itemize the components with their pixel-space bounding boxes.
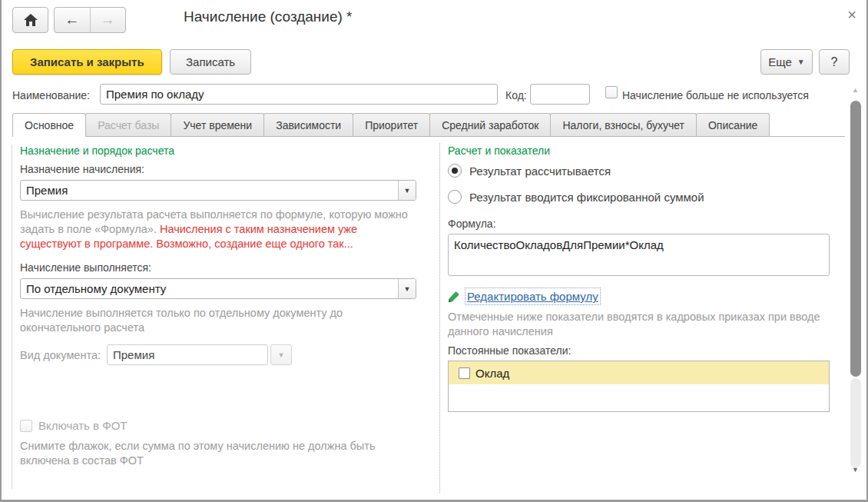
group-title: Расчет и показатели xyxy=(448,145,830,157)
save-button[interactable]: Записать xyxy=(170,49,251,75)
result-fixed-option[interactable]: Результат вводится фиксированной суммой xyxy=(448,190,830,204)
content-left-edge-line xyxy=(12,145,12,489)
scroll-down-icon[interactable]: ▼ xyxy=(852,466,859,474)
tab-opisanie[interactable]: Описание xyxy=(696,113,770,136)
document-kind-row: Вид документа: Премия ▼ xyxy=(20,344,416,365)
tab-sredniy-zarabotok[interactable]: Средний заработок xyxy=(429,113,551,136)
indicator-label: Оклад xyxy=(475,367,509,380)
tab-label: Основное xyxy=(25,119,74,131)
radio-selected-icon[interactable] xyxy=(448,164,462,178)
more-button-label: Еще xyxy=(768,55,792,68)
back-button[interactable]: ← xyxy=(55,8,90,32)
constant-indicators-list: Оклад xyxy=(448,361,830,412)
chevron-down-icon[interactable]: ▼ xyxy=(398,279,416,298)
performed-field-label: Начисление выполняется: xyxy=(20,261,416,274)
document-kind-value: Премия xyxy=(107,344,268,365)
tab-label: Средний заработок xyxy=(442,119,538,131)
constant-indicators-label: Постоянные показатели: xyxy=(448,344,830,357)
indicators-note: Отмеченные ниже показатели вводятся в ка… xyxy=(448,310,830,339)
tab-label: Расчет базы xyxy=(98,119,159,131)
close-icon[interactable]: × xyxy=(843,6,860,23)
accrual-form-window: ← → Начисление (создание) * × Записать и… xyxy=(0,0,868,502)
not-used-checkbox[interactable] xyxy=(605,86,618,98)
performed-combobox[interactable]: По отдельному документу ▼ xyxy=(20,278,416,299)
formula-field-label: Формула: xyxy=(448,218,830,230)
column-divider xyxy=(439,143,440,493)
forward-button[interactable]: → xyxy=(90,8,126,32)
tab-osnovnoe[interactable]: Основное xyxy=(12,113,86,137)
edit-formula-link[interactable]: Редактировать формулу xyxy=(467,290,598,303)
code-input[interactable] xyxy=(530,84,590,105)
back-arrow-icon: ← xyxy=(65,12,79,28)
tab-strip: Основное Расчет базы Учет времени Зависи… xyxy=(12,113,845,137)
result-calculated-option[interactable]: Результат рассчитывается xyxy=(448,164,830,178)
purpose-combobox[interactable]: Премия ▼ xyxy=(20,180,416,201)
radio-unselected-icon[interactable] xyxy=(448,190,462,204)
tab-label: Налоги, взносы, бухучет xyxy=(562,119,684,131)
indicator-row-oklad[interactable]: Оклад xyxy=(449,361,829,384)
tab-nalogi-vznosy[interactable]: Налоги, взносы, бухучет xyxy=(550,113,697,136)
name-field-label: Наименование: xyxy=(12,89,90,101)
result-fixed-label: Результат вводится фиксированной суммой xyxy=(469,191,704,204)
help-button[interactable]: ? xyxy=(819,49,850,75)
tab-label: Приоритет xyxy=(365,119,418,131)
pencil-icon xyxy=(448,291,460,303)
document-kind-combobox: Премия ▼ xyxy=(107,344,292,365)
tab-label: Учет времени xyxy=(183,119,252,131)
page-title: Начисление (создание) * xyxy=(184,8,353,25)
name-input[interactable] xyxy=(100,84,498,105)
chevron-down-icon[interactable]: ▼ xyxy=(398,181,416,200)
indicator-checkbox[interactable] xyxy=(459,367,470,379)
group-title: Назначение и порядок расчета xyxy=(20,145,416,157)
document-kind-label: Вид документа: xyxy=(20,349,101,361)
include-fot-checkbox xyxy=(20,420,32,432)
tab-uchet-vremeni[interactable]: Учет времени xyxy=(171,113,264,136)
more-button[interactable]: Еще ▼ xyxy=(760,49,813,75)
scrollbar-track[interactable] xyxy=(850,378,861,467)
not-used-checkbox-label: Начисление больше не используется xyxy=(622,89,809,101)
formula-textarea[interactable]: КоличествоОкладовДляПремии*Оклад xyxy=(448,234,830,276)
purpose-combobox-value: Премия xyxy=(21,181,398,200)
fot-note: Снимите флажок, если сумма по этому начи… xyxy=(20,439,416,468)
home-icon xyxy=(24,14,38,26)
result-calculated-label: Результат рассчитывается xyxy=(469,165,611,178)
tab-zavisimosti[interactable]: Зависимости xyxy=(263,113,353,136)
purpose-field-label: Назначение начисления: xyxy=(20,163,416,175)
tab-label: Описание xyxy=(708,119,757,131)
chevron-down-icon: ▼ xyxy=(270,344,292,365)
save-and-close-button[interactable]: Записать и закрыть xyxy=(12,49,162,75)
calculation-and-indicators-group: Расчет и показатели Результат рассчитыва… xyxy=(448,145,830,412)
scrollbar-thumb[interactable] xyxy=(850,101,861,377)
tab-label: Зависимости xyxy=(276,119,341,131)
chevron-down-icon: ▼ xyxy=(797,58,805,66)
purpose-note: Вычисление результата расчета выполняетс… xyxy=(20,208,416,251)
performed-note: Начисление выполняется только по отдельн… xyxy=(20,306,416,335)
forward-arrow-icon: → xyxy=(101,12,115,28)
code-field-label: Код: xyxy=(505,89,527,101)
edit-formula-row: Редактировать формулу xyxy=(448,290,830,303)
include-fot-label: Включать в ФОТ xyxy=(38,419,127,432)
tab-prioritet[interactable]: Приоритет xyxy=(353,113,430,136)
tab-raschet-bazy: Расчет базы xyxy=(85,113,171,136)
history-nav: ← → xyxy=(54,7,126,33)
include-fot-row: Включать в ФОТ xyxy=(20,419,416,432)
scroll-up-icon[interactable]: ▲ xyxy=(852,86,859,94)
performed-combobox-value: По отдельному документу xyxy=(21,279,398,298)
home-button[interactable] xyxy=(12,7,48,33)
purpose-and-order-group: Назначение и порядок расчета Назначение … xyxy=(20,145,416,468)
